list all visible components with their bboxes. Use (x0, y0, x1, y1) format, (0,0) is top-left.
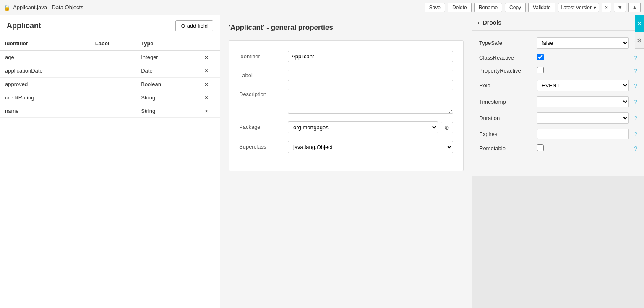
general-properties-title: 'Applicant' - general properties (229, 23, 464, 32)
remotable-label: Remotable (479, 145, 534, 151)
cell-identifier: age (0, 50, 90, 64)
expires-control (537, 129, 629, 139)
timestamp-help-icon[interactable]: ? (634, 99, 637, 105)
superclass-label: Superclass (239, 141, 281, 150)
top-bar: 🔒 Applicant.java - Data Objects Save Del… (0, 0, 644, 15)
duration-control (537, 112, 629, 124)
identifier-row: Identifier (239, 51, 453, 62)
drools-chevron[interactable]: › (477, 19, 480, 26)
cell-delete[interactable]: ✕ (193, 78, 220, 91)
superclass-row: Superclass java.lang.Object (239, 141, 453, 153)
cell-identifier: creditRating (0, 91, 90, 104)
validate-button[interactable]: Validate (528, 3, 555, 12)
left-panel-title: Applicant (7, 21, 41, 30)
window-title: 🔒 Applicant.java - Data Objects (3, 4, 422, 11)
remotable-control (537, 144, 629, 152)
typesafe-select[interactable]: false true (537, 37, 629, 49)
minimize-button[interactable]: ▼ (614, 3, 626, 12)
role-label: Role (479, 82, 534, 89)
table-row: approved Boolean ✕ (0, 78, 220, 91)
delete-row-icon[interactable]: ✕ (204, 95, 209, 101)
add-package-button[interactable]: ⊕ (441, 122, 453, 133)
col-label: Label (90, 37, 136, 50)
delete-row-icon[interactable]: ✕ (204, 68, 209, 74)
side-tab-close-icon: ✕ (637, 21, 641, 26)
class-reactive-label: ClassReactive (479, 55, 534, 61)
package-controls: org.mortgages ⊕ (288, 121, 453, 133)
cell-type: String (136, 104, 193, 118)
side-tab-settings[interactable]: ⚙ (635, 32, 644, 49)
role-control: EVENT FACT (537, 80, 629, 91)
description-input[interactable] (288, 89, 453, 114)
expires-input[interactable] (537, 129, 629, 139)
duration-select[interactable] (537, 112, 629, 124)
version-dropdown-icon: ▾ (594, 5, 596, 10)
class-reactive-row: ClassReactive ? (479, 54, 637, 62)
cell-identifier: name (0, 104, 90, 118)
delete-row-icon[interactable]: ✕ (204, 108, 209, 114)
left-panel: Applicant ⊕ add field Identifier Label T… (0, 15, 220, 308)
latest-version-button[interactable]: Latest Version ▾ (558, 3, 599, 12)
properties-box: Identifier Label Description Package org… (229, 40, 464, 171)
save-button[interactable]: Save (425, 3, 445, 12)
side-tab-close[interactable]: ✕ (635, 15, 644, 32)
cell-label (90, 78, 136, 91)
lock-icon: 🔒 (3, 4, 10, 11)
cell-label (90, 104, 136, 118)
property-reactive-checkbox[interactable] (537, 67, 544, 73)
expires-help-icon[interactable]: ? (634, 131, 637, 138)
role-row: Role EVENT FACT ? (479, 80, 637, 91)
cell-delete[interactable]: ✕ (193, 91, 220, 104)
class-reactive-checkbox[interactable] (537, 54, 544, 60)
add-field-button[interactable]: ⊕ add field (175, 20, 213, 31)
maximize-button[interactable]: ▲ (628, 3, 641, 12)
duration-help-icon[interactable]: ? (634, 115, 637, 122)
drools-panel-header: › Drools (472, 15, 644, 31)
identifier-input[interactable] (288, 51, 453, 62)
col-actions (193, 37, 220, 50)
cell-identifier: approved (0, 78, 90, 91)
expires-row: Expires ? (479, 129, 637, 139)
cell-type: Boolean (136, 78, 193, 91)
delete-button[interactable]: Delete (448, 3, 472, 12)
typesafe-row: TypeSafe false true ? (479, 37, 637, 49)
label-input[interactable] (288, 70, 453, 81)
remotable-help-icon[interactable]: ? (634, 145, 637, 152)
duration-row: Duration ? (479, 112, 637, 124)
cell-type: Date (136, 64, 193, 78)
property-reactive-control (537, 67, 629, 75)
property-reactive-help-icon[interactable]: ? (634, 68, 637, 74)
table-row: name String ✕ (0, 104, 220, 118)
timestamp-control (537, 96, 629, 107)
timestamp-select[interactable] (537, 96, 629, 107)
duration-label: Duration (479, 115, 534, 121)
role-help-icon[interactable]: ? (634, 82, 637, 89)
right-panel: › Drools TypeSafe false true ? ClassReac… (472, 15, 644, 308)
cell-delete[interactable]: ✕ (193, 50, 220, 64)
remotable-checkbox[interactable] (537, 144, 544, 151)
role-select[interactable]: EVENT FACT (537, 80, 629, 91)
cell-delete[interactable]: ✕ (193, 64, 220, 78)
rename-button[interactable]: Rename (474, 3, 502, 12)
cell-label (90, 64, 136, 78)
side-tab-settings-icon: ⚙ (637, 37, 642, 44)
delete-row-icon[interactable]: ✕ (204, 55, 209, 60)
description-label: Description (239, 89, 281, 97)
class-reactive-help-icon[interactable]: ? (634, 55, 637, 61)
copy-button[interactable]: Copy (505, 3, 526, 12)
fields-table: Identifier Label Type age Integer ✕ appl… (0, 37, 220, 118)
cell-delete[interactable]: ✕ (193, 104, 220, 118)
drools-body: TypeSafe false true ? ClassReactive ? (472, 31, 644, 176)
middle-panel: 'Applicant' - general properties Identif… (220, 15, 472, 308)
col-type: Type (136, 37, 193, 50)
delete-row-icon[interactable]: ✕ (204, 81, 209, 87)
drools-title: Drools (483, 19, 501, 26)
table-row: age Integer ✕ (0, 50, 220, 64)
superclass-select[interactable]: java.lang.Object (288, 141, 453, 153)
title-text: Applicant.java - Data Objects (13, 4, 83, 10)
package-select[interactable]: org.mortgages (288, 121, 438, 133)
identifier-label: Identifier (239, 51, 281, 60)
typesafe-control: false true (537, 37, 629, 49)
description-row: Description (239, 89, 453, 114)
close-button[interactable]: × (602, 3, 612, 12)
